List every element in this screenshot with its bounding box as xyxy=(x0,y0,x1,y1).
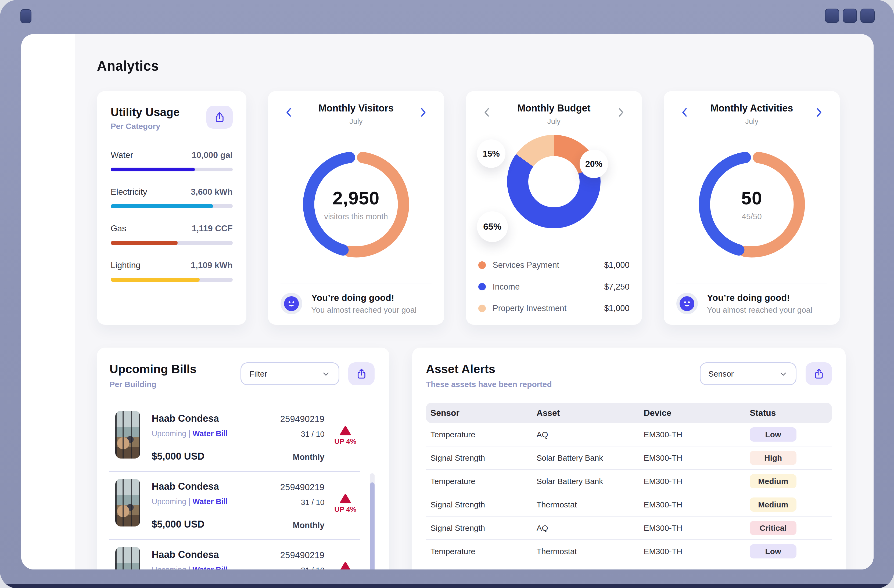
bottom-cards-row: Upcoming Bills Per Building Filter xyxy=(97,348,848,570)
utility-row: Lighting 1,109 kWh xyxy=(111,260,233,282)
alerts-table-row[interactable]: Signal Strength AQ EM300-TH Critical xyxy=(426,517,832,540)
cell-device: EM300-TH xyxy=(644,547,750,556)
bill-due-date: 31 / 10 xyxy=(259,566,324,570)
budget-period: July xyxy=(478,117,629,126)
cell-asset: AQ xyxy=(537,523,644,533)
budget-legend: Services Payment $1,000 Income $7,250 xyxy=(478,260,629,313)
monthly-activities-card: Monthly Activities July xyxy=(664,91,840,325)
window-control-button-2[interactable] xyxy=(843,9,857,23)
cell-sensor: Temperature xyxy=(430,477,537,486)
progress-track xyxy=(111,278,233,282)
share-up-icon xyxy=(355,368,368,380)
cell-sensor: Temperature xyxy=(430,547,537,556)
alerts-sensor-dropdown[interactable]: Sensor xyxy=(700,362,797,385)
bill-status: Upcoming xyxy=(151,565,186,570)
utility-row-value: 3,600 kWh xyxy=(191,187,233,197)
utility-card-title: Utility Usage xyxy=(111,106,180,119)
bills-scrollbar-thumb[interactable] xyxy=(370,482,375,570)
activities-prev-button[interactable] xyxy=(677,106,692,121)
window-menu-button[interactable] xyxy=(20,9,31,23)
building-photo xyxy=(115,547,140,570)
building-photo xyxy=(115,479,140,526)
legend-dot xyxy=(478,261,486,269)
progress-fill xyxy=(111,204,213,208)
column-header-status: Status xyxy=(750,408,832,418)
progress-fill xyxy=(111,167,195,172)
bills-filter-dropdown[interactable]: Filter xyxy=(240,362,339,385)
bill-cycle: Monthly xyxy=(259,452,324,462)
filter-dropdown-label: Filter xyxy=(249,369,267,378)
legend-dot xyxy=(478,305,486,312)
visitors-footer-subtitle: You almost reached your goal xyxy=(311,305,417,315)
bills-scrollbar[interactable] xyxy=(370,473,375,570)
triangle-up-icon xyxy=(339,493,352,504)
visitors-caption: visitors this month xyxy=(324,212,388,221)
utility-row: Water 10,000 gal xyxy=(111,150,233,171)
alerts-table-row[interactable]: Signal Strength Thermostat EM300-TH Medi… xyxy=(426,493,832,517)
budget-pie-hole xyxy=(528,156,580,207)
bills-list: Haab Condesa Upcoming | Water Bill $5,00… xyxy=(109,404,375,570)
upcoming-bills-card: Upcoming Bills Per Building Filter xyxy=(97,348,390,570)
alerts-table-row[interactable]: Temperature Thermostat EM300-TH Low xyxy=(426,540,832,563)
alerts-export-button[interactable] xyxy=(806,362,832,385)
column-header-device: Device xyxy=(644,408,750,418)
bill-cycle: Monthly xyxy=(259,520,324,530)
bill-list-item[interactable]: Haab Condesa Upcoming | Water Bill $5,00… xyxy=(109,404,360,471)
legend-label: Services Payment xyxy=(492,260,559,270)
alerts-title: Asset Alerts xyxy=(426,362,552,376)
visitors-period: July xyxy=(281,117,432,126)
cell-device: EM300-TH xyxy=(644,430,750,439)
budget-label-65: 65% xyxy=(477,211,508,242)
bill-list-item[interactable]: Haab Condesa Upcoming | Water Bill $5,00… xyxy=(109,471,360,539)
legend-row: Services Payment $1,000 xyxy=(478,260,629,270)
column-header-sensor: Sensor xyxy=(430,408,537,418)
progress-track xyxy=(111,204,233,208)
activities-footer-title: You’re doing good! xyxy=(707,292,812,303)
chevron-left-icon xyxy=(678,106,691,119)
bill-account-number: 259490219 xyxy=(259,482,324,492)
activities-period: July xyxy=(677,117,828,126)
window-frame: Analytics Utility Usage Per Category xyxy=(0,0,894,588)
bill-building-name: Haab Condesa xyxy=(151,481,259,492)
budget-prev-button[interactable] xyxy=(479,106,494,121)
alerts-table-row[interactable]: Temperature AQ EM300-TH Low xyxy=(426,423,832,446)
progress-fill xyxy=(111,278,200,282)
bill-building-name: Haab Condesa xyxy=(151,413,259,424)
bill-trend-label: UP 4% xyxy=(334,437,356,446)
bill-list-item[interactable]: Haab Condesa Upcoming | Water Bill $5,00… xyxy=(109,540,360,570)
alerts-table-row[interactable]: Temperature Solar Battery Bank EM300-TH … xyxy=(426,470,832,493)
utility-export-button[interactable] xyxy=(206,106,233,129)
cell-asset: Thermostat xyxy=(537,547,644,556)
legend-label: Income xyxy=(492,282,520,292)
bill-separator: | xyxy=(188,497,190,506)
bills-export-button[interactable] xyxy=(348,362,375,385)
window-control-button-3[interactable] xyxy=(861,9,874,23)
legend-value: $7,250 xyxy=(604,282,629,292)
activities-caption: 45/50 xyxy=(742,212,762,221)
activities-title: Monthly Activities xyxy=(677,103,828,114)
activities-value: 50 xyxy=(741,188,762,208)
bill-type-link[interactable]: Water Bill xyxy=(193,429,228,438)
cell-asset: Thermostat xyxy=(537,500,644,509)
cell-sensor: Signal Strength xyxy=(430,454,537,463)
window-control-button-1[interactable] xyxy=(825,9,839,23)
visitors-prev-button[interactable] xyxy=(282,106,296,121)
legend-label: Property Investment xyxy=(492,303,566,313)
cell-sensor: Signal Strength xyxy=(430,523,537,533)
budget-next-button[interactable] xyxy=(613,106,628,121)
alerts-table-row[interactable]: Signal Strength Solar Battery Bank EM300… xyxy=(426,446,832,470)
cell-asset: Solar Battery Bank xyxy=(537,477,644,486)
activities-next-button[interactable] xyxy=(811,106,826,121)
visitors-next-button[interactable] xyxy=(416,106,430,121)
legend-value: $1,000 xyxy=(604,303,629,313)
bill-type-link[interactable]: Water Bill xyxy=(193,565,228,570)
building-photo xyxy=(115,411,140,458)
main-content: Analytics Utility Usage Per Category xyxy=(75,34,874,569)
budget-label-20: 20% xyxy=(580,149,608,178)
bill-type-link[interactable]: Water Bill xyxy=(193,497,228,506)
column-header-asset: Asset xyxy=(537,408,644,418)
activities-footer-subtitle: You almost reached your goal xyxy=(707,305,812,315)
bill-separator: | xyxy=(188,565,190,570)
cell-device: EM300-TH xyxy=(644,454,750,463)
utility-row: Electricity 3,600 kWh xyxy=(111,187,233,208)
